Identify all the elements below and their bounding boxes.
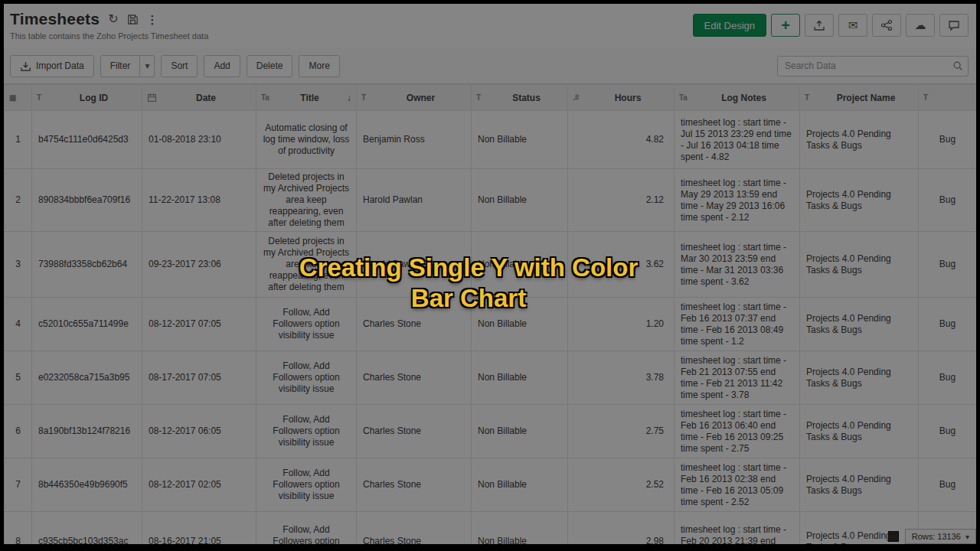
video-title-line1: Creating Single Y with Color bbox=[0, 253, 937, 283]
app-frame: Timesheets ↻ ⋮ This table contains the Z… bbox=[0, 0, 980, 551]
video-dim-overlay: Creating Single Y with Color Bar Chart bbox=[0, 0, 980, 551]
video-title: Creating Single Y with Color Bar Chart bbox=[0, 253, 937, 314]
video-title-line2: Bar Chart bbox=[0, 283, 937, 314]
